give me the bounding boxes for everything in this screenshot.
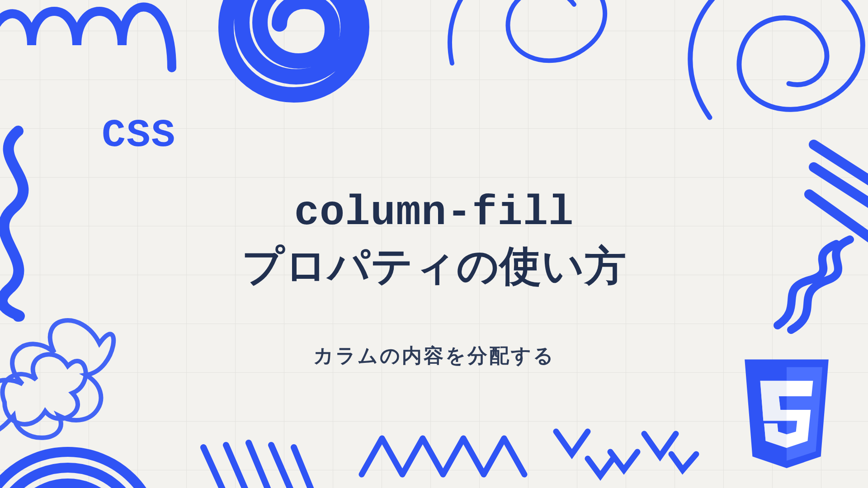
content-area: CSS column-fill プロパティの使い方 カラムの内容を分配する <box>0 0 868 488</box>
page-subtitle: カラムの内容を分配する <box>313 343 555 369</box>
title-line-1: column-fill <box>294 189 574 237</box>
page-title: column-fill プロパティの使い方 <box>242 185 627 297</box>
title-line-2: プロパティの使い方 <box>242 245 627 293</box>
category-label: CSS <box>102 113 176 158</box>
